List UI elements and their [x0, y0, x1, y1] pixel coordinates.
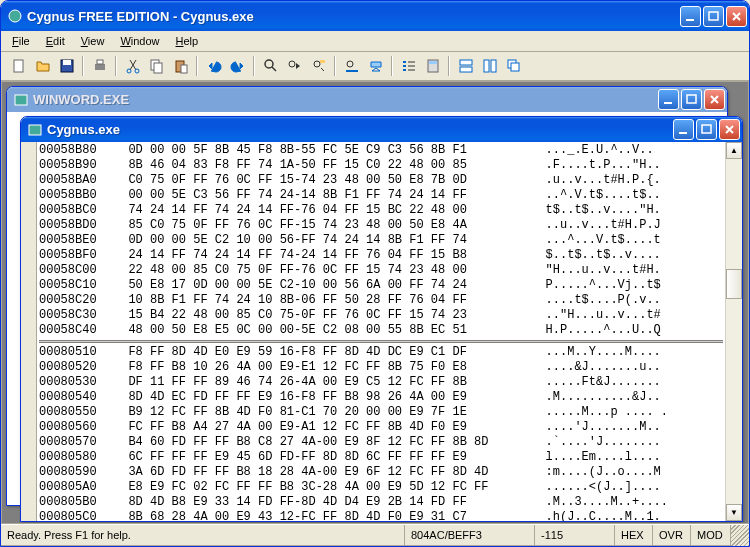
print-icon[interactable]: [88, 55, 111, 77]
svg-rect-30: [29, 125, 41, 135]
hex-row[interactable]: 00080520 F8 FF B8 10 26 4A 00 E9-E1 12 F…: [39, 360, 723, 375]
hex-gutter: [21, 142, 37, 521]
hex-row[interactable]: 00080580 6C FF FF FF E9 45 6D FD-FF 8D 8…: [39, 450, 723, 465]
svg-rect-21: [460, 60, 472, 65]
svg-point-16: [314, 61, 320, 67]
hex-row[interactable]: 00058BE0 0D 00 00 5E C2 10 00 56-FF 74 2…: [39, 233, 723, 248]
minimize-button[interactable]: [680, 6, 701, 27]
hex-pane-divider[interactable]: [39, 340, 723, 343]
status-ovr[interactable]: OVR: [653, 525, 691, 546]
new-icon[interactable]: [7, 55, 30, 77]
child-maximize-button[interactable]: [696, 119, 717, 140]
hex-row[interactable]: 000805B0 8D 4D B8 E9 33 14 FD FF-8D 4D D…: [39, 495, 723, 510]
menubar: File Edit View Window Help: [1, 31, 749, 52]
menu-window[interactable]: Window: [113, 33, 166, 49]
hex-row[interactable]: 00058B80 0D 00 00 5F 8B 45 F8 8B-55 FC 5…: [39, 143, 723, 158]
hex-row[interactable]: 00080560 FC FF B8 A4 27 4A 00 E9-A1 12 F…: [39, 420, 723, 435]
save-icon[interactable]: [55, 55, 78, 77]
svg-rect-23: [484, 60, 489, 72]
svg-rect-26: [511, 63, 519, 71]
hex-row[interactable]: 00058C10 50 E8 17 0D 00 00 5E C2-10 00 5…: [39, 278, 723, 293]
hex-row[interactable]: 00058BA0 C0 75 0F FF 76 0C FF 15-74 23 4…: [39, 173, 723, 188]
hex-row[interactable]: 00058B90 8B 46 04 83 F8 FF 74 1A-50 FF 1…: [39, 158, 723, 173]
hex-row[interactable]: 00058C40 48 00 50 E8 E5 0C 00 00-5E C2 0…: [39, 323, 723, 338]
hex-row[interactable]: 00080550 B9 12 FC FF 8B 4D F0 81-C1 70 2…: [39, 405, 723, 420]
child-minimize-button[interactable]: [673, 119, 694, 140]
status-mod: MOD: [691, 525, 731, 546]
svg-point-14: [265, 60, 273, 68]
svg-rect-11: [154, 63, 162, 73]
find-icon[interactable]: [259, 55, 282, 77]
calculator-icon[interactable]: [421, 55, 444, 77]
hex-editor[interactable]: 00058B80 0D 00 00 5F 8B 45 F8 8B-55 FC 5…: [21, 142, 742, 521]
bookmark-icon[interactable]: [364, 55, 387, 77]
main-titlebar[interactable]: Cygnus FREE EDITION - Cygnus.exe: [1, 1, 749, 31]
scroll-up-button[interactable]: ▲: [726, 142, 742, 159]
hex-row[interactable]: 00080510 F8 FF 8D 4D E0 E9 59 16-F8 FF 8…: [39, 345, 723, 360]
options-icon[interactable]: [397, 55, 420, 77]
hex-row[interactable]: 00058C20 10 8B F1 FF 74 24 10 8B-06 FF 5…: [39, 293, 723, 308]
main-title: Cygnus FREE EDITION - Cygnus.exe: [27, 9, 680, 24]
child-minimize-button[interactable]: [658, 89, 679, 110]
scroll-track[interactable]: [726, 159, 742, 504]
scroll-down-button[interactable]: ▼: [726, 504, 742, 521]
open-icon[interactable]: [31, 55, 54, 77]
svg-rect-17: [320, 60, 325, 63]
menu-file[interactable]: File: [5, 33, 37, 49]
hex-row[interactable]: 00058C30 15 B4 22 48 00 85 C0 75-0F FF 7…: [39, 308, 723, 323]
svg-rect-31: [679, 132, 687, 134]
find-next-icon[interactable]: [283, 55, 306, 77]
statusbar: Ready. Press F1 for help. 804AC/BEFF3 -1…: [1, 524, 749, 546]
resize-grip[interactable]: [731, 525, 749, 546]
undo-icon[interactable]: [202, 55, 225, 77]
status-offset: 804AC/BEFF3: [405, 525, 535, 546]
goto-icon[interactable]: [340, 55, 363, 77]
svg-rect-29: [687, 95, 696, 103]
tile-h-icon[interactable]: [454, 55, 477, 77]
hex-row[interactable]: 00080590 3A 6D FD FF FF B8 18 28 4A-00 E…: [39, 465, 723, 480]
child-window-cygnus: Cygnus.exe 00058B80 0D 00 00 5F 8B 45 F8…: [20, 116, 743, 522]
hex-row[interactable]: 00058BF0 24 14 FF 74 24 14 FF 74-24 14 F…: [39, 248, 723, 263]
child-titlebar-winword[interactable]: WINWORD.EXE: [7, 87, 727, 112]
doc-icon: [27, 122, 43, 138]
hex-row[interactable]: 00080530 DF 11 FF FF 89 46 74 26-4A 00 E…: [39, 375, 723, 390]
svg-rect-13: [181, 65, 187, 73]
menu-help[interactable]: Help: [169, 33, 206, 49]
hex-row[interactable]: 000805C0 8B 68 28 4A 00 E9 43 12-FC FF 8…: [39, 510, 723, 521]
child-close-button[interactable]: [704, 89, 725, 110]
vertical-scrollbar[interactable]: ▲ ▼: [725, 142, 742, 521]
hex-row[interactable]: 00058BB0 00 00 5E C3 56 FF 74 24-14 8B F…: [39, 188, 723, 203]
maximize-button[interactable]: [703, 6, 724, 27]
status-hex[interactable]: HEX: [615, 525, 653, 546]
cascade-icon[interactable]: [502, 55, 525, 77]
svg-point-18: [347, 61, 353, 67]
child-maximize-button[interactable]: [681, 89, 702, 110]
hex-row[interactable]: 00058C00 22 48 00 85 C0 75 0F FF-76 0C F…: [39, 263, 723, 278]
paste-icon[interactable]: [169, 55, 192, 77]
mdi-client-area: WINWORD.EXE Cygnus.exe 00: [1, 81, 749, 524]
svg-rect-27: [15, 95, 27, 105]
status-value: -115: [535, 525, 615, 546]
redo-icon[interactable]: [226, 55, 249, 77]
tile-v-icon[interactable]: [478, 55, 501, 77]
scroll-thumb[interactable]: [726, 269, 742, 299]
hex-row[interactable]: 00058BD0 85 C0 75 0F FF 76 0C FF-15 74 2…: [39, 218, 723, 233]
hex-row[interactable]: 00080540 8D 4D EC FD FF FF E9 16-F8 FF B…: [39, 390, 723, 405]
child-title-cygnus: Cygnus.exe: [47, 122, 673, 137]
hex-row[interactable]: 000805A0 E8 E9 FC 02 FC FF FF B8 3C-28 4…: [39, 480, 723, 495]
svg-rect-3: [14, 60, 23, 72]
menu-edit[interactable]: Edit: [39, 33, 72, 49]
svg-rect-2: [709, 12, 718, 20]
hex-row[interactable]: 00058BC0 74 24 14 FF 74 24 14 FF-76 04 F…: [39, 203, 723, 218]
copy-icon[interactable]: [145, 55, 168, 77]
child-close-button[interactable]: [719, 119, 740, 140]
close-button[interactable]: [726, 6, 747, 27]
menu-view[interactable]: View: [74, 33, 112, 49]
svg-point-8: [127, 69, 131, 73]
replace-icon[interactable]: [307, 55, 330, 77]
hex-data-view[interactable]: 00058B80 0D 00 00 5F 8B 45 F8 8B-55 FC 5…: [37, 142, 725, 521]
child-titlebar-cygnus[interactable]: Cygnus.exe: [21, 117, 742, 142]
hex-row[interactable]: 00080570 B4 60 FD FF FF B8 C8 27 4A-00 E…: [39, 435, 723, 450]
cut-icon[interactable]: [121, 55, 144, 77]
svg-rect-32: [702, 125, 711, 133]
